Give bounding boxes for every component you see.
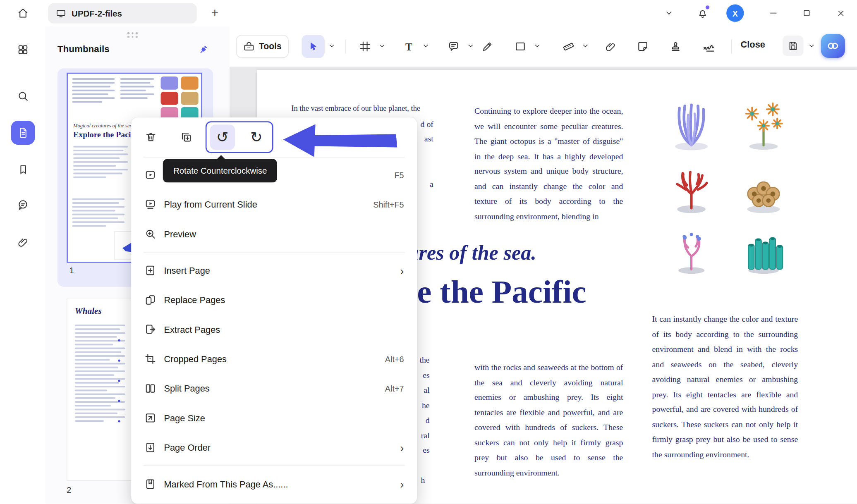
text-tool-icon: T (405, 41, 412, 52)
save-dropdown[interactable] (808, 42, 816, 50)
mini-coral (161, 92, 178, 105)
select-tool[interactable] (302, 35, 325, 58)
trash-icon (145, 131, 157, 143)
mini-bullet (118, 360, 120, 362)
sidebar-item-attachments[interactable] (13, 232, 33, 252)
page-size-icon (143, 412, 157, 424)
menu-item-replace-pages[interactable]: Replace Pages (131, 285, 417, 315)
coral-image-pink-blue (663, 221, 721, 275)
menu-item-marked-from-this-page[interactable]: Marked From This Page As...... › (131, 469, 417, 499)
save-button[interactable] (783, 36, 803, 56)
menu-item-cropped-pages[interactable]: Cropped Pages Alt+6 (131, 344, 417, 374)
speech-bubble-icon (448, 41, 460, 53)
left-sidebar (0, 26, 45, 504)
menu-shortcut: Alt+7 (385, 384, 404, 393)
rotate-counterclockwise-button[interactable]: ↺ (210, 124, 235, 150)
text-tool-dropdown[interactable] (422, 42, 430, 50)
text-tool[interactable]: T (399, 37, 419, 57)
collapse-toolbar-button[interactable] (660, 5, 677, 22)
rotate-clockwise-button[interactable]: ↻ (244, 124, 269, 150)
measure-tool[interactable] (559, 37, 579, 57)
close-document-button[interactable]: Close (741, 39, 765, 50)
doc-paragraph-right: It can instantly change the color and te… (652, 312, 798, 462)
thumb2-title: Whales (75, 306, 102, 316)
doc-paragraph-bottom-middle: with the rocks and seaweeds at the botto… (474, 360, 623, 480)
play-current-icon (143, 198, 157, 210)
duplicate-icon (180, 131, 192, 143)
menu-item-page-order[interactable]: Page Order › (131, 433, 417, 462)
page-edit-dropdown[interactable] (378, 42, 386, 50)
menu-divider (143, 252, 405, 252)
menu-item-extract-pages[interactable]: Extract Pages (131, 315, 417, 344)
sticker-tool[interactable] (633, 37, 653, 57)
pen-tool[interactable] (478, 37, 498, 57)
shape-tool[interactable] (510, 37, 530, 57)
tools-button[interactable]: Tools (236, 35, 289, 58)
menu-divider (143, 466, 405, 466)
panel-drag-handle[interactable] (127, 32, 137, 38)
attach-tool[interactable] (601, 37, 620, 57)
avatar[interactable]: X (726, 5, 744, 22)
menu-item-page-size[interactable]: Page Size (131, 403, 417, 432)
duplicate-page-button[interactable] (175, 126, 197, 148)
new-tab-button[interactable]: + (208, 5, 222, 21)
monitor-icon (56, 8, 66, 19)
menu-item-play-from-current-slide[interactable]: Play from Current Slide Shift+F5 (131, 190, 417, 219)
tooltip: Rotate Counterclockwise (163, 159, 278, 183)
chevron-down-icon (422, 42, 430, 50)
mini-coral (161, 76, 178, 90)
sidebar-item-comments[interactable] (13, 195, 33, 215)
comment-tool[interactable] (444, 37, 464, 57)
maximize-button[interactable] (798, 5, 815, 22)
toolbar-divider (345, 39, 346, 53)
notifications-button[interactable] (694, 5, 711, 22)
insert-page-icon (143, 265, 157, 277)
chevron-down-icon (467, 42, 475, 50)
home-icon (17, 7, 29, 19)
menu-item-preview[interactable]: Preview (131, 219, 417, 248)
app-window: UPDF-2-files + X (0, 0, 857, 504)
coral-image-teal-tubes (735, 221, 792, 275)
shape-tool-dropdown[interactable] (534, 42, 541, 50)
delete-page-button[interactable] (140, 126, 162, 148)
comment-icon (17, 199, 29, 211)
toolbar-divider (731, 39, 732, 53)
grid-icon (17, 44, 29, 56)
play-icon (143, 169, 157, 181)
minimize-icon (768, 8, 778, 18)
sidebar-item-search[interactable] (13, 86, 33, 106)
menu-shortcut: F5 (394, 170, 404, 179)
sidebar-item-bookmarks[interactable] (13, 160, 33, 179)
pin-panel-button[interactable] (194, 41, 213, 59)
menu-item-split-pages[interactable]: Split Pages Alt+7 (131, 374, 417, 403)
menu-item-insert-page[interactable]: Insert Page › (131, 256, 417, 285)
chevron-down-icon (328, 42, 336, 50)
document-icon (17, 127, 29, 139)
page-edit-tool[interactable] (355, 37, 375, 57)
measure-tool-dropdown[interactable] (582, 42, 589, 50)
page-number-2: 2 (67, 485, 71, 494)
save-icon (788, 41, 798, 51)
rotate-selection-box: ↺ ↻ (206, 121, 273, 153)
comment-tool-dropdown[interactable] (467, 42, 475, 50)
close-icon (836, 8, 845, 17)
sticker-icon (637, 41, 649, 53)
home-button[interactable] (13, 4, 33, 22)
ai-assistant-button[interactable] (821, 34, 845, 58)
mini-coral (181, 92, 198, 105)
thumb-text-lines (73, 146, 128, 180)
signature-tool[interactable] (699, 37, 719, 57)
pen-icon (481, 41, 493, 53)
stamp-tool[interactable] (666, 37, 686, 57)
coral-image-orange-flower (735, 97, 792, 151)
submenu-chevron: › (400, 478, 404, 490)
thumb-heading-bold: Explore the Pacific (73, 130, 139, 139)
document-tab[interactable]: UPDF-2-files (48, 3, 196, 24)
signature-icon (702, 40, 716, 53)
sidebar-item-apps[interactable] (13, 40, 33, 60)
close-window-button[interactable] (832, 5, 849, 22)
toolbar: Tools T (230, 26, 857, 67)
select-tool-dropdown[interactable] (328, 42, 336, 50)
minimize-button[interactable] (765, 5, 782, 22)
sidebar-item-thumbnails[interactable] (11, 121, 35, 145)
